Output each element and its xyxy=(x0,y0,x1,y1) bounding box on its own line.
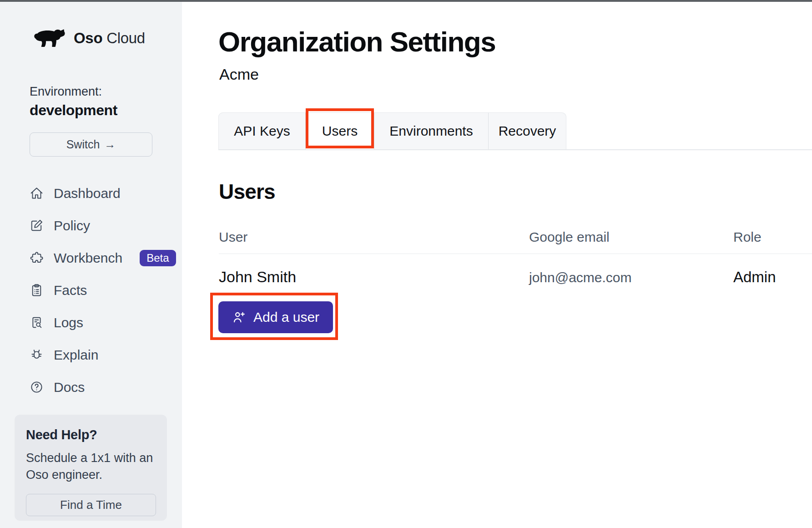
brand-name-light: Cloud xyxy=(106,30,145,46)
add-user-button[interactable]: Add a user xyxy=(218,301,333,333)
document-search-icon xyxy=(30,315,44,330)
question-circle-icon xyxy=(30,380,44,394)
organization-name: Acme xyxy=(219,66,259,83)
beta-badge: Beta xyxy=(140,250,176,266)
column-header-google-email: Google email xyxy=(529,229,733,245)
sidebar-item-docs[interactable]: Docs xyxy=(30,371,182,403)
sidebar-item-label: Docs xyxy=(54,380,85,395)
tab-api-keys[interactable]: API Keys xyxy=(219,113,306,149)
bug-icon xyxy=(30,348,44,362)
home-icon xyxy=(30,186,44,200)
help-body-line1: Schedule a 1x1 with an xyxy=(26,451,153,465)
cell-user-name: John Smith xyxy=(219,268,529,286)
add-user-label: Add a user xyxy=(253,310,319,325)
tab-users[interactable]: Users xyxy=(306,113,374,149)
sidebar-item-logs[interactable]: Logs xyxy=(30,306,182,339)
pencil-square-icon xyxy=(30,218,44,233)
sidebar-item-label: Dashboard xyxy=(54,186,121,201)
sidebar-item-explain[interactable]: Explain xyxy=(30,339,182,371)
sidebar-item-dashboard[interactable]: Dashboard xyxy=(30,177,182,209)
sidebar-item-workbench[interactable]: Workbench Beta xyxy=(30,242,182,274)
help-body-line2: Oso engineer. xyxy=(26,468,102,482)
oso-cloud-app: Oso Cloud Environment: development Switc… xyxy=(0,0,812,528)
sidebar-item-facts[interactable]: Facts xyxy=(30,274,182,306)
cell-role: Admin xyxy=(733,269,812,286)
clipboard-list-icon xyxy=(30,283,44,297)
oso-cloud-logo[interactable]: Oso Cloud xyxy=(29,27,145,49)
users-table: User Google email Role John Smith john@a… xyxy=(219,229,812,286)
settings-tabbar: API Keys Users Environments Recovery xyxy=(218,112,812,150)
tab-recovery[interactable]: Recovery xyxy=(489,113,566,149)
table-header-row: User Google email Role xyxy=(219,229,812,254)
main-content: Organization Settings Acme API Keys User… xyxy=(182,2,812,528)
help-title: Need Help? xyxy=(26,427,156,442)
sidebar-nav: Dashboard Policy Workbench Beta xyxy=(30,177,182,403)
sidebar-item-label: Workbench xyxy=(54,250,122,266)
puzzle-piece-icon xyxy=(30,251,44,265)
environment-label: Environment: xyxy=(30,85,102,99)
page-title: Organization Settings xyxy=(218,25,495,58)
arrow-right-icon: → xyxy=(104,138,116,151)
sidebar-item-label: Policy xyxy=(54,218,90,234)
sidebar-item-label: Explain xyxy=(54,347,98,363)
sidebar-item-label: Logs xyxy=(54,315,83,330)
bear-icon xyxy=(29,27,66,49)
table-row: John Smith john@acme.com Admin xyxy=(219,254,812,286)
column-header-user: User xyxy=(219,229,529,245)
switch-label: Switch xyxy=(66,138,100,151)
help-body: Schedule a 1x1 with an Oso engineer. xyxy=(26,450,156,484)
brand-name: Oso Cloud xyxy=(74,30,145,47)
sidebar: Oso Cloud Environment: development Switc… xyxy=(0,2,182,528)
person-plus-icon xyxy=(232,310,247,325)
sidebar-item-label: Facts xyxy=(54,283,87,298)
tab-group: API Keys Users Environments Recovery xyxy=(218,112,566,149)
switch-environment-button[interactable]: Switch → xyxy=(30,132,152,157)
need-help-panel: Need Help? Schedule a 1x1 with an Oso en… xyxy=(15,415,167,521)
brand-name-bold: Oso xyxy=(74,30,102,46)
find-a-time-button[interactable]: Find a Time xyxy=(26,494,156,516)
column-header-role: Role xyxy=(733,229,812,245)
users-section-heading: Users xyxy=(219,179,275,204)
cell-google-email: john@acme.com xyxy=(529,270,733,285)
tab-environments[interactable]: Environments xyxy=(374,113,489,149)
environment-value: development xyxy=(30,102,117,119)
sidebar-item-policy[interactable]: Policy xyxy=(30,209,182,242)
